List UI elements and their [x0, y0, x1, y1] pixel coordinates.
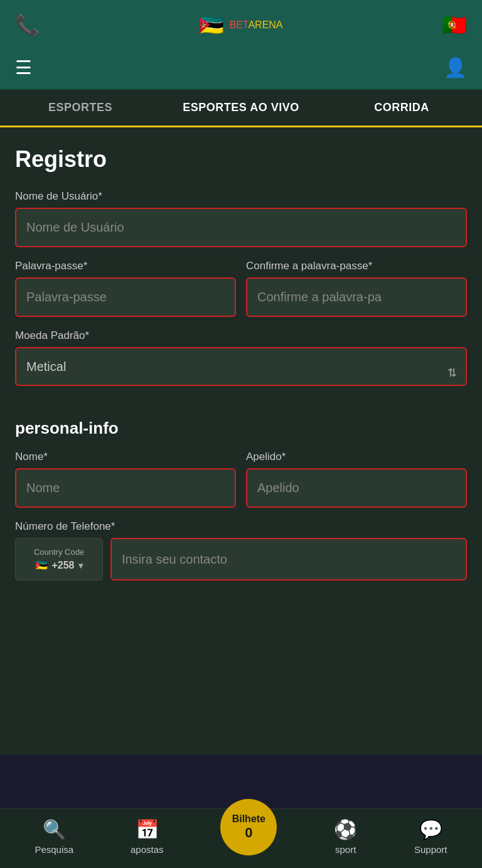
username-input[interactable]	[15, 208, 467, 247]
currency-select-wrapper: Metical USD EUR ⇅	[15, 347, 467, 399]
calendar-icon: 📅	[136, 818, 159, 840]
nav-tabs: ESPORTES ESPORTES AO VIVO CORRIDA	[0, 90, 482, 127]
last-name-field-group: Apelido*	[246, 451, 467, 520]
nav-support-label: Support	[414, 844, 447, 855]
page-title: Registro	[15, 146, 467, 173]
country-code-top-label: Country Code	[34, 547, 84, 557]
logo: 🇲🇿 BETARENA	[199, 13, 282, 37]
nav-bets-label: apostas	[131, 844, 164, 855]
country-code-bottom: 🇲🇿 +258 ▾	[35, 559, 82, 571]
logo-bet: BET	[229, 19, 248, 30]
password-input[interactable]	[15, 277, 236, 317]
password-field-group: Palavra-passe*	[15, 260, 236, 330]
currency-label: Moeda Padrão*	[15, 330, 467, 342]
country-code-value: +258	[51, 560, 74, 571]
logo-arena: ARENA	[248, 19, 282, 30]
logo-text: BETARENA	[229, 19, 282, 31]
nav-item-support[interactable]: 💬 Support	[414, 818, 447, 855]
phone-field-group: Número de Telefone* Country Code 🇲🇿 +258…	[15, 520, 467, 581]
first-name-field-group: Nome*	[15, 451, 236, 520]
nav-item-search[interactable]: 🔍 Pesquisa	[35, 818, 73, 855]
phone-row: Country Code 🇲🇿 +258 ▾	[15, 538, 467, 581]
nav-search-label: Pesquisa	[35, 844, 73, 855]
first-name-input[interactable]	[15, 468, 236, 508]
tab-esportes-ao-vivo[interactable]: ESPORTES AO VIVO	[161, 90, 321, 126]
header-secondary: ☰ 👤	[0, 50, 482, 90]
chevron-down-icon: ▾	[78, 560, 83, 571]
bottom-nav: 🔍 Pesquisa 📅 apostas Bilhete 0 ⚽ sport 💬…	[0, 808, 482, 868]
bilhete-top-label: Bilhete	[232, 813, 265, 825]
hamburger-menu-icon[interactable]: ☰	[15, 56, 32, 78]
confirm-password-input[interactable]	[246, 277, 467, 317]
phone-icon[interactable]: 📞	[15, 13, 40, 37]
currency-select[interactable]: Metical USD EUR	[15, 347, 467, 386]
search-icon: 🔍	[43, 818, 66, 840]
password-label: Palavra-passe*	[15, 260, 236, 272]
tab-esportes[interactable]: ESPORTES	[0, 90, 161, 126]
nav-item-sport[interactable]: ⚽ sport	[334, 818, 357, 855]
name-row: Nome* Apelido*	[15, 451, 467, 520]
personal-info-title: personal-info	[15, 419, 467, 438]
phone-input[interactable]	[110, 538, 467, 581]
main-content: Registro Nome de Usuário* Palavra-passe*…	[0, 127, 482, 755]
currency-field-group: Moeda Padrão* Metical USD EUR ⇅	[15, 330, 467, 399]
username-field-group: Nome de Usuário*	[15, 190, 467, 260]
tab-corrida[interactable]: CORRIDA	[321, 90, 482, 126]
phone-label: Número de Telefone*	[15, 520, 467, 533]
language-flag-icon[interactable]: 🇵🇹	[442, 13, 467, 37]
confirm-password-label: Confirme a palavra-passe*	[246, 260, 467, 272]
sport-icon: ⚽	[334, 818, 357, 840]
mozambique-flag-icon: 🇲🇿	[35, 559, 48, 571]
bilhete-button[interactable]: Bilhete 0	[220, 799, 277, 855]
last-name-label: Apelido*	[246, 451, 467, 463]
last-name-input[interactable]	[246, 468, 467, 508]
username-label: Nome de Usuário*	[15, 190, 467, 203]
nav-item-bets[interactable]: 📅 apostas	[131, 818, 164, 855]
chat-icon: 💬	[419, 818, 442, 840]
confirm-password-field-group: Confirme a palavra-passe*	[246, 260, 467, 330]
nav-sport-label: sport	[335, 844, 356, 855]
first-name-label: Nome*	[15, 451, 236, 463]
header: 📞 🇲🇿 BETARENA 🇵🇹	[0, 0, 482, 50]
user-icon[interactable]: 👤	[444, 56, 467, 78]
password-row: Palavra-passe* Confirme a palavra-passe*	[15, 260, 467, 330]
country-code-button[interactable]: Country Code 🇲🇿 +258 ▾	[15, 538, 103, 581]
bilhete-count: 0	[245, 825, 252, 841]
